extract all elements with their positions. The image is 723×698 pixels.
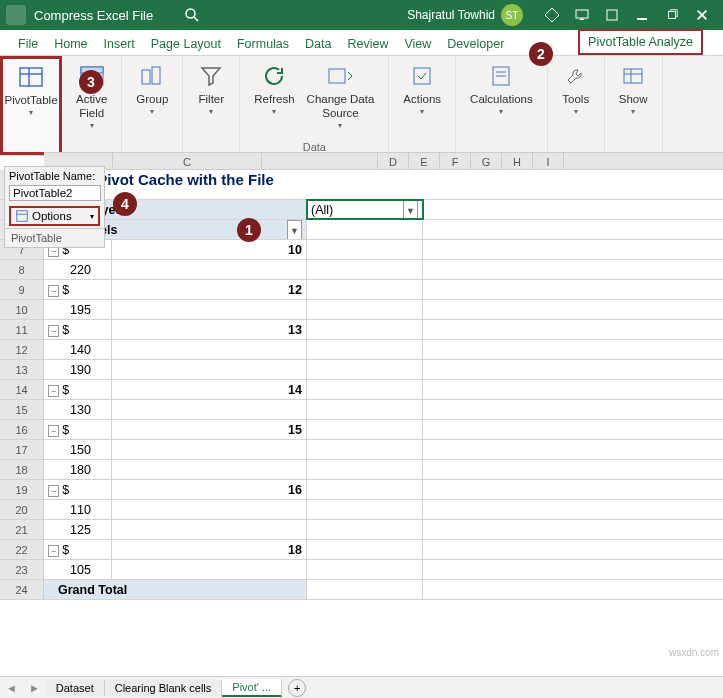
cell[interactable] — [307, 400, 423, 419]
cell[interactable] — [307, 540, 423, 559]
col-header-e[interactable]: E — [409, 153, 440, 169]
cell[interactable]: −$ — [44, 480, 112, 499]
filter-button[interactable]: Filter ▾ — [191, 60, 231, 118]
col-header-i[interactable]: I — [533, 153, 564, 169]
sheet-nav-next[interactable]: ► — [23, 682, 46, 694]
restore-icon[interactable] — [661, 4, 683, 26]
row-header[interactable]: 9 — [0, 280, 44, 299]
cell[interactable]: 220 — [44, 260, 112, 279]
cell[interactable] — [307, 220, 423, 239]
tab-pagelayout[interactable]: Page Layout — [143, 33, 229, 55]
sheet-nav-prev[interactable]: ◄ — [0, 682, 23, 694]
row-header[interactable]: 16 — [0, 420, 44, 439]
diamond-icon[interactable] — [541, 4, 563, 26]
cell[interactable] — [307, 520, 423, 539]
minimize-icon[interactable] — [631, 4, 653, 26]
filter-drop-icon[interactable]: ▼ — [403, 200, 418, 219]
cell[interactable]: 13 — [112, 320, 307, 339]
cell[interactable]: −$ — [44, 420, 112, 439]
cell[interactable] — [307, 380, 423, 399]
row-header[interactable]: 19 — [0, 480, 44, 499]
cell[interactable] — [307, 300, 423, 319]
pivottable-button[interactable]: PivotTable ▾ — [0, 61, 64, 119]
cell[interactable]: 180 — [44, 460, 112, 479]
row-header[interactable]: 20 — [0, 500, 44, 519]
tab-review[interactable]: Review — [339, 33, 396, 55]
row-header[interactable]: 11 — [0, 320, 44, 339]
cell[interactable] — [307, 500, 423, 519]
ribbon-options-icon[interactable] — [571, 4, 593, 26]
tab-view[interactable]: View — [396, 33, 439, 55]
row-header[interactable]: 21 — [0, 520, 44, 539]
cell[interactable]: Grand Total — [44, 580, 307, 599]
cell[interactable]: 15 — [112, 420, 307, 439]
row-header[interactable]: 17 — [0, 440, 44, 459]
cell[interactable] — [112, 400, 307, 419]
sheet-blank[interactable]: Clearing Blank cells — [105, 680, 223, 696]
sheet-dataset[interactable]: Dataset — [46, 680, 105, 696]
cell[interactable] — [307, 440, 423, 459]
cell[interactable]: 130 — [44, 400, 112, 419]
tab-insert[interactable]: Insert — [96, 33, 143, 55]
row-header[interactable]: 12 — [0, 340, 44, 359]
cell[interactable]: 150 — [44, 440, 112, 459]
pt-name-input[interactable] — [9, 185, 101, 201]
col-header-f[interactable]: F — [440, 153, 471, 169]
sheet-add-button[interactable]: + — [288, 679, 306, 697]
cell[interactable]: 190 — [44, 360, 112, 379]
cell[interactable]: −$ — [44, 280, 112, 299]
cell[interactable] — [307, 480, 423, 499]
row-header[interactable]: 18 — [0, 460, 44, 479]
cell[interactable]: 105 — [44, 560, 112, 579]
cell[interactable] — [307, 260, 423, 279]
col-header-d[interactable]: D — [378, 153, 409, 169]
cell[interactable]: −$ — [44, 320, 112, 339]
cell[interactable] — [307, 420, 423, 439]
tab-pivottable-analyze[interactable]: PivotTable Analyze — [578, 29, 703, 55]
calculations-button[interactable]: Calculations ▾ — [464, 60, 539, 118]
cell[interactable]: 110 — [44, 500, 112, 519]
filter-drop-icon[interactable]: ▼ — [287, 220, 302, 239]
window-icon[interactable] — [601, 4, 623, 26]
row-header[interactable]: 23 — [0, 560, 44, 579]
row-header[interactable]: 24 — [0, 580, 44, 599]
cell[interactable] — [307, 460, 423, 479]
cell[interactable] — [307, 360, 423, 379]
collapse-icon[interactable]: − — [48, 425, 59, 437]
cell[interactable] — [112, 340, 307, 359]
close-icon[interactable] — [691, 4, 713, 26]
changedatasource-button[interactable]: Change Data Source ▾ — [301, 60, 381, 132]
cell[interactable]: 12 — [112, 280, 307, 299]
col-header[interactable] — [262, 153, 378, 169]
collapse-icon[interactable]: − — [48, 545, 59, 557]
group-button[interactable]: Group ▾ — [130, 60, 174, 118]
user-name[interactable]: Shajratul Towhid — [407, 8, 495, 22]
refresh-button[interactable]: Refresh ▾ — [248, 60, 300, 132]
collapse-icon[interactable]: − — [48, 285, 59, 297]
cell[interactable] — [112, 300, 307, 319]
col-header-g[interactable]: G — [471, 153, 502, 169]
cell[interactable] — [307, 280, 423, 299]
tab-file[interactable]: File — [10, 33, 46, 55]
tools-button[interactable]: Tools ▾ — [556, 60, 596, 118]
cell[interactable]: 10 — [112, 240, 307, 259]
collapse-icon[interactable]: − — [48, 385, 59, 397]
sheet-pivot[interactable]: Pivot' ... — [222, 679, 282, 697]
col-header-h[interactable]: H — [502, 153, 533, 169]
col-header-c[interactable]: C — [113, 153, 262, 169]
cell[interactable]: 125 — [44, 520, 112, 539]
cell[interactable] — [112, 560, 307, 579]
row-header[interactable]: 22 — [0, 540, 44, 559]
cell[interactable] — [112, 460, 307, 479]
cell[interactable] — [307, 320, 423, 339]
tab-data[interactable]: Data — [297, 33, 339, 55]
search-icon[interactable] — [183, 6, 201, 24]
tab-home[interactable]: Home — [46, 33, 95, 55]
cell[interactable]: 18 — [112, 540, 307, 559]
row-header[interactable]: 10 — [0, 300, 44, 319]
cell[interactable]: −$ — [44, 380, 112, 399]
row-header[interactable]: 13 — [0, 360, 44, 379]
cell[interactable] — [112, 440, 307, 459]
cell[interactable]: 14 — [112, 380, 307, 399]
collapse-icon[interactable]: − — [48, 325, 59, 337]
